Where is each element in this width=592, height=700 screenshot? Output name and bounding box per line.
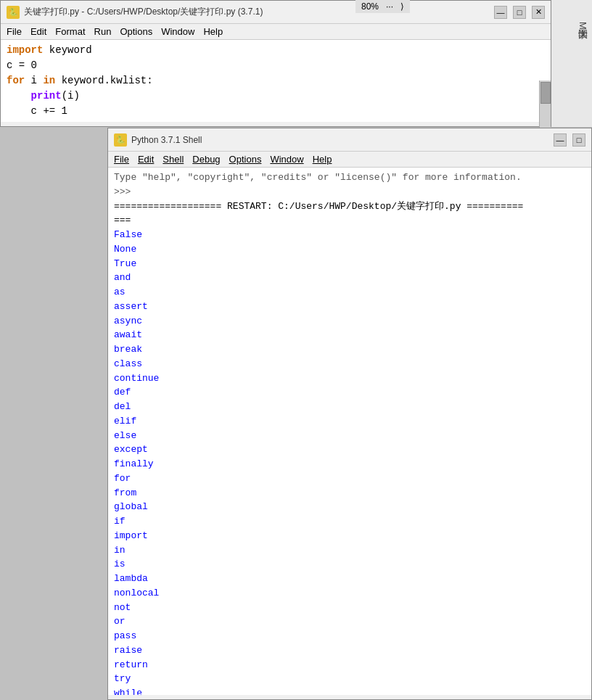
- background-text: 国大学M: [576, 22, 589, 30]
- kw-else: else: [114, 429, 585, 443]
- editor-menu-format[interactable]: Format: [55, 26, 85, 37]
- shell-window-controls[interactable]: — □: [554, 133, 585, 147]
- code-line-5: c += 1: [7, 104, 538, 119]
- editor-icon: 🐍: [7, 6, 20, 19]
- kw-or: or: [114, 614, 585, 629]
- shell-menu-file[interactable]: File: [114, 154, 129, 165]
- shell-menu-window[interactable]: Window: [270, 154, 303, 165]
- shell-menubar: File Edit Shell Debug Options Window Hel…: [108, 152, 591, 168]
- editor-menu-run[interactable]: Run: [94, 26, 112, 37]
- shell-menu-edit[interactable]: Edit: [138, 154, 154, 165]
- shell-menu-debug[interactable]: Debug: [192, 154, 220, 165]
- kw-not: not: [114, 601, 585, 615]
- kw-if: if: [114, 514, 585, 529]
- editor-window-controls[interactable]: — □ ✕: [494, 6, 545, 19]
- editor-window: 🐍 关键字打印.py - C:/Users/HWP/Desktop/关键字打印.…: [0, 0, 551, 127]
- editor-menu-file[interactable]: File: [7, 26, 22, 37]
- kw-elif: elif: [114, 414, 585, 429]
- zoom-percent: 80%: [361, 1, 379, 12]
- editor-menu-edit[interactable]: Edit: [30, 26, 46, 37]
- keyword-import: import: [7, 43, 43, 58]
- kw-break: break: [114, 342, 585, 357]
- more-icon: ⟩: [400, 1, 404, 12]
- shell-prompt-initial: >>>: [114, 185, 585, 199]
- builtin-print: print: [31, 88, 62, 104]
- kw-async: async: [114, 314, 585, 329]
- keyword-for: for: [7, 73, 25, 88]
- editor-title: 关键字打印.py - C:/Users/HWP/Desktop/关键字打印.py…: [24, 6, 263, 18]
- kw-lambda: lambda: [114, 572, 585, 586]
- kw-del: del: [114, 400, 585, 414]
- minimize-button[interactable]: —: [494, 6, 507, 19]
- kw-from: from: [114, 486, 585, 501]
- background-panel: 国大学M: [551, 0, 592, 127]
- shell-separator: ===: [114, 213, 585, 228]
- shell-titlebar: 🐍 Python 3.7.1 Shell — □: [108, 128, 591, 152]
- code-line-3: for i in keyword.kwlist:: [7, 73, 538, 88]
- kw-try: try: [114, 672, 585, 686]
- shell-content[interactable]: Type "help", "copyright", "credits" or "…: [108, 168, 591, 695]
- kw-True: True: [114, 257, 585, 271]
- kw-assert: assert: [114, 300, 585, 314]
- kw-for: for: [114, 472, 585, 486]
- code-line-2: c = 0: [7, 58, 538, 73]
- keyword-in: in: [43, 73, 55, 88]
- kw-and: and: [114, 271, 585, 285]
- editor-scrollbar-thumb[interactable]: [540, 82, 551, 104]
- shell-title: Python 3.7.1 Shell: [131, 135, 202, 145]
- shell-maximize-button[interactable]: □: [572, 133, 585, 147]
- kw-except: except: [114, 442, 585, 457]
- maximize-button[interactable]: □: [513, 6, 526, 19]
- shell-icon: 🐍: [114, 133, 127, 147]
- kw-continue: continue: [114, 371, 585, 386]
- editor-menubar: File Edit Format Run Options Window Help: [1, 24, 551, 40]
- editor-menu-window[interactable]: Window: [161, 26, 194, 37]
- close-button[interactable]: ✕: [532, 6, 545, 19]
- kw-while: while: [114, 686, 585, 695]
- editor-titlebar-left: 🐍 关键字打印.py - C:/Users/HWP/Desktop/关键字打印.…: [7, 6, 263, 19]
- kw-in: in: [114, 543, 585, 558]
- kw-is: is: [114, 557, 585, 572]
- kw-None: None: [114, 242, 585, 257]
- kw-def: def: [114, 385, 585, 400]
- shell-menu-help[interactable]: Help: [313, 154, 332, 165]
- kw-class: class: [114, 357, 585, 371]
- shell-restart-line: =================== RESTART: C:/Users/HW…: [114, 199, 585, 214]
- kw-await: await: [114, 328, 585, 342]
- kw-import: import: [114, 529, 585, 543]
- editor-code-area[interactable]: import keyword c = 0 for i in keyword.kw…: [1, 40, 551, 122]
- editor-titlebar: 🐍 关键字打印.py - C:/Users/HWP/Desktop/关键字打印.…: [1, 1, 551, 24]
- code-line-1: import keyword: [7, 43, 538, 58]
- kw-return: return: [114, 658, 585, 672]
- shell-menu-shell[interactable]: Shell: [163, 154, 184, 165]
- ellipsis-icon: ···: [386, 1, 393, 12]
- shell-header-text: Type "help", "copyright", "credits" or "…: [114, 170, 585, 185]
- kw-raise: raise: [114, 643, 585, 658]
- editor-menu-help[interactable]: Help: [203, 26, 223, 37]
- shell-window: 🐍 Python 3.7.1 Shell — □ File Edit Shell…: [107, 128, 592, 700]
- kw-as: as: [114, 285, 585, 300]
- shell-minimize-button[interactable]: —: [554, 133, 567, 147]
- kw-False: False: [114, 228, 585, 242]
- kw-finally: finally: [114, 457, 585, 472]
- kw-nonlocal: nonlocal: [114, 586, 585, 601]
- kw-global: global: [114, 500, 585, 514]
- kw-pass: pass: [114, 629, 585, 643]
- code-line-4: print(i): [7, 88, 538, 104]
- shell-menu-options[interactable]: Options: [229, 154, 262, 165]
- editor-menu-options[interactable]: Options: [120, 26, 152, 37]
- shell-titlebar-left: 🐍 Python 3.7.1 Shell: [114, 133, 202, 147]
